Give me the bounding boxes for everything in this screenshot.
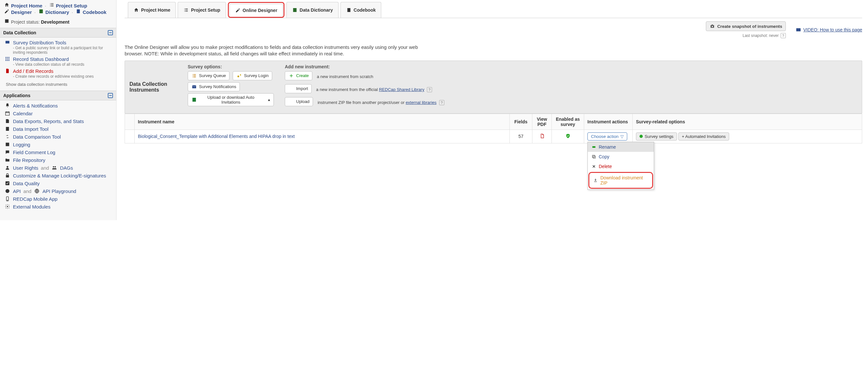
sidebar-item-desc: - View data collection status of all rec… — [4, 62, 112, 67]
status-dot-icon — [640, 135, 643, 138]
list-icon — [183, 7, 189, 13]
tab-data-dictionary[interactable]: Data Dictionary — [286, 2, 339, 18]
auto-invite-button[interactable]: Upload or download Auto Invitations ▴ — [188, 93, 274, 106]
app-external[interactable]: External Modules — [0, 203, 116, 210]
survey-login-button[interactable]: Survey Login — [233, 71, 272, 80]
panel-title: Data Collection Instruments — [125, 61, 183, 113]
import-button[interactable]: Import — [285, 84, 312, 93]
help-icon[interactable]: ? — [439, 100, 444, 105]
app-logging[interactable]: Logging — [0, 141, 116, 148]
collapse-icon[interactable] — [108, 93, 113, 98]
collapse-icon[interactable] — [108, 30, 113, 35]
gear-icon — [4, 204, 10, 209]
app-api[interactable]: API and API Playground — [0, 187, 116, 195]
check-icon — [4, 180, 10, 186]
sidebar-item-add-edit[interactable]: Add / Edit Records - Create new records … — [0, 67, 116, 79]
edit-icon — [235, 7, 241, 13]
list-icon — [49, 2, 55, 8]
app-comment[interactable]: Field Comment Log — [0, 148, 116, 156]
video-link[interactable]: VIDEO: How to use this page — [796, 27, 862, 33]
home-icon — [4, 2, 10, 8]
dictionary-icon — [292, 7, 298, 13]
book-icon — [75, 8, 81, 14]
tab-project-home[interactable]: Project Home — [128, 2, 176, 18]
help-icon[interactable]: ? — [781, 33, 786, 38]
col-fields: Fields — [510, 114, 532, 130]
survey-options-heading: Survey options: — [188, 64, 276, 69]
import-icon — [4, 126, 10, 132]
svg-rect-25 — [592, 155, 594, 157]
survey-icon — [4, 39, 10, 45]
nav-project-home[interactable]: Project Home — [4, 3, 42, 8]
survey-queue-button[interactable]: Survey Queue — [188, 71, 229, 80]
svg-point-11 — [5, 189, 9, 193]
svg-point-7 — [53, 166, 54, 167]
tab-bar: Project Home Project Setup Online Design… — [125, 2, 862, 18]
app-import[interactable]: Data Import Tool — [0, 125, 116, 133]
shared-library-link[interactable]: REDCap Shared Library — [379, 87, 424, 92]
excel-icon — [191, 97, 197, 103]
app-lock[interactable]: Customize & Manage Locking/E-signatures — [0, 172, 116, 179]
col-survey-opts: Survey-related options — [633, 114, 862, 130]
caret-up-icon: ▴ — [268, 97, 270, 102]
sidebar-item-desc: - Get a public survey link or build a pa… — [4, 46, 112, 55]
sidebar-item-survey-dist[interactable]: Survey Distribution Tools - Get a public… — [0, 39, 116, 55]
menu-download-zip[interactable]: Download instrument ZIP — [588, 172, 653, 189]
app-filerepo[interactable]: File Repository — [0, 156, 116, 164]
upload-button[interactable]: Upload — [285, 97, 313, 106]
survey-notif-button[interactable]: Survey Notifications — [188, 82, 240, 91]
sidebar: Project Home · Project Setup Designer · … — [0, 0, 117, 220]
svg-point-8 — [55, 166, 56, 167]
menu-delete[interactable]: Delete — [588, 162, 654, 171]
edit-icon — [4, 8, 10, 14]
tab-codebook[interactable]: Codebook — [340, 2, 381, 18]
nav-project-setup[interactable]: Project Setup — [49, 3, 87, 8]
compare-icon — [4, 134, 10, 140]
nav-designer[interactable]: Designer — [4, 9, 32, 15]
tab-project-setup[interactable]: Project Setup — [178, 2, 225, 18]
svg-rect-4 — [5, 112, 9, 115]
create-button[interactable]: Create — [285, 71, 312, 80]
mobile-icon — [4, 196, 10, 202]
app-mobile[interactable]: REDCap Mobile App — [0, 195, 116, 203]
sidebar-item-record-dash[interactable]: Record Status Dashboard - View data coll… — [0, 55, 116, 67]
choose-action-button[interactable]: Choose action ▽ — [587, 133, 627, 141]
automated-invitations-button[interactable]: + Automated Invitations — [678, 133, 730, 141]
app-data-quality[interactable]: Data Quality — [0, 179, 116, 187]
snapshot-button[interactable]: Create snapshot of instruments — [706, 21, 786, 31]
sidebar-item-desc: - Create new records or edit/view existi… — [4, 74, 112, 79]
menu-rename[interactable]: Rename — [588, 142, 654, 152]
svg-rect-0 — [39, 9, 43, 13]
app-compare[interactable]: Data Comparison Tool — [0, 133, 116, 141]
tab-online-designer[interactable]: Online Designer — [229, 4, 283, 17]
app-alerts[interactable]: Alerts & Notifications — [0, 102, 116, 110]
instrument-name-link[interactable]: Biological_Consent_Template with Additio… — [138, 134, 295, 139]
app-calendar[interactable]: Calendar — [0, 110, 116, 117]
mail-icon — [191, 84, 197, 90]
external-libraries-link[interactable]: external libraries — [405, 100, 436, 105]
survey-settings-button[interactable]: Survey settings — [636, 133, 677, 141]
section-data-collection[interactable]: Data Collection — [0, 28, 116, 37]
show-instruments-link[interactable]: Show data collection instruments — [0, 79, 116, 89]
api-icon — [4, 188, 10, 194]
table-row: Biological_Consent_Template with Additio… — [125, 130, 862, 143]
svg-rect-17 — [347, 8, 350, 12]
action-menu: Rename Copy Delete Download instrument Z… — [587, 142, 654, 190]
comment-icon — [4, 149, 10, 155]
shield-icon — [565, 134, 570, 140]
app-exports[interactable]: Data Exports, Reports, and Stats — [0, 117, 116, 125]
app-user-rights[interactable]: User Rights and DAGs — [0, 164, 116, 172]
pdf-icon[interactable] — [539, 133, 545, 139]
section-applications[interactable]: Applications — [0, 91, 116, 101]
nav-dictionary[interactable]: Dictionary — [38, 9, 69, 15]
menu-copy[interactable]: Copy — [588, 152, 654, 162]
book-icon — [346, 7, 352, 13]
copy-icon — [592, 154, 596, 159]
help-icon[interactable]: ? — [427, 87, 432, 92]
nav-codebook[interactable]: Codebook — [75, 9, 106, 15]
instrument-panel: Data Collection Instruments Survey optio… — [125, 61, 862, 114]
svg-rect-21 — [192, 85, 196, 88]
doc-icon — [4, 68, 10, 74]
svg-point-6 — [6, 166, 8, 168]
main-content: Project Home Project Setup Online Design… — [117, 0, 868, 220]
